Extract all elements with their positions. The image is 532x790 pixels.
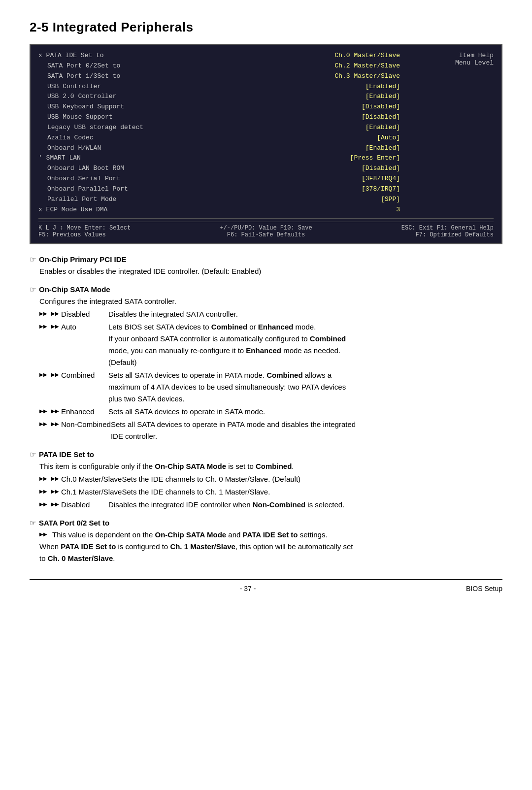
- sections-container: On-Chip Primary PCI IDEEnables or disabl…: [30, 255, 502, 564]
- bios-footer: K L J ↕ Move Enter: Select F5: Previous …: [38, 222, 494, 238]
- bios-screen: x PATA IDE Set toCh.0 Master/Slave SATA …: [30, 44, 502, 244]
- option-label: ▶▶Ch.1 Master/Slave: [39, 486, 122, 498]
- option-label-text: Enhanced: [61, 406, 95, 418]
- section-text: to Ch. 0 Master/Slave.: [39, 553, 502, 564]
- section-title: PATA IDE Set to: [30, 450, 502, 459]
- option-label-text: Combined: [61, 369, 95, 381]
- option-row: ▶▶DisabledDisables the integrated IDE co…: [39, 499, 502, 511]
- section-text: Configures the integrated SATA controlle…: [39, 296, 502, 307]
- option-arrow-icon: ▶▶: [51, 488, 59, 495]
- bios-row: Parallel Port Mode[SPP]: [38, 195, 400, 205]
- bios-row: USB Controller[Enabled]: [38, 82, 400, 92]
- bios-help-title: Item Help: [405, 52, 494, 59]
- bios-row-value: [Enabled]: [366, 82, 400, 92]
- bios-footer-line2-mid: F6: Fail-Safe Defaults: [220, 231, 312, 238]
- bios-row-label: SATA Port 0/2Set to: [47, 62, 120, 71]
- bios-row: Onboard Serial Port[3F8/IRQ4]: [38, 174, 400, 184]
- option-label: ▶▶Disabled: [39, 308, 108, 320]
- section-on-chip-sata-mode: On-Chip SATA ModeConfigures the integrat…: [30, 285, 502, 442]
- bios-footer-col2: +/-/PU/PD: Value F10: Save F6: Fail-Safe…: [220, 225, 312, 238]
- option-row: ▶▶AutoLets BIOS set SATA devices to Comb…: [39, 321, 502, 368]
- option-extra: IDE controller.: [111, 430, 502, 442]
- bios-footer-col3: ESC: Exit F1: General Help F7: Optimized…: [401, 225, 494, 238]
- bios-row: x PATA IDE Set toCh.0 Master/Slave: [38, 51, 400, 61]
- bios-row-label: ' SMART LAN: [38, 154, 81, 163]
- bios-row-value: Ch.3 Master/Slave: [334, 72, 400, 81]
- bios-row-value: Ch.2 Master/Slave: [334, 62, 400, 71]
- option-arrow-icon: ▶▶: [51, 371, 59, 379]
- bullet-text: This value is dependent on the On-Chip S…: [52, 529, 328, 541]
- option-label: ▶▶Ch.0 Master/Slave: [39, 473, 122, 485]
- section-title: SATA Port 0/2 Set to: [30, 519, 502, 527]
- bios-row: ' SMART LAN[Press Enter]: [38, 153, 400, 164]
- bios-row-label: x ECP Mode Use DMA: [38, 205, 107, 215]
- option-text: Sets all SATA devices to operate in PATA…: [108, 369, 502, 405]
- bios-row-value: [378/IRQ7]: [362, 185, 400, 194]
- section-bullet: ▶▶This value is dependent on the On-Chip…: [39, 529, 502, 541]
- section-body: ▶▶This value is dependent on the On-Chip…: [39, 529, 502, 564]
- bios-row: SATA Port 0/2Set toCh.2 Master/Slave: [38, 61, 400, 71]
- option-row: ▶▶DisabledDisables the integrated SATA c…: [39, 308, 502, 320]
- section-body: Configures the integrated SATA controlle…: [39, 296, 502, 442]
- section-title: On-Chip Primary PCI IDE: [30, 255, 502, 264]
- option-text: Sets all SATA devices to operate in PATA…: [111, 419, 502, 442]
- section-text: This item is configurable only if the On…: [39, 461, 502, 472]
- option-extra: If your onboard SATA controller is autom…: [108, 333, 502, 345]
- footer-right: BIOS Setup: [466, 585, 502, 592]
- bios-row-value: Ch.0 Master/Slave: [334, 51, 400, 61]
- option-label: ▶▶Non-Combined: [39, 419, 111, 442]
- section-body: Enables or disables the integrated IDE c…: [39, 265, 502, 277]
- bios-row-label: Parallel Port Mode: [47, 195, 116, 204]
- bios-row-value: [Enabled]: [366, 123, 400, 132]
- option-label: ▶▶Auto: [39, 321, 108, 368]
- bios-row-label: Azalia Codec: [47, 133, 94, 143]
- option-label: ▶▶Combined: [39, 369, 108, 405]
- bios-row: Onboard LAN Boot ROM[Disabled]: [38, 164, 400, 174]
- bios-help-panel: Item Help Menu Level: [405, 51, 494, 215]
- bios-row-label: USB 2.0 Controller: [47, 92, 116, 101]
- section-sata-port-0-2-set-to: SATA Port 0/2 Set to▶▶This value is depe…: [30, 519, 502, 564]
- option-row: ▶▶Ch.0 Master/SlaveSets the IDE channels…: [39, 473, 502, 485]
- bios-footer-line1-left: K L J ↕ Move Enter: Select: [38, 225, 131, 231]
- section-text: Enables or disables the integrated IDE c…: [39, 265, 502, 277]
- bios-row: SATA Port 1/3Set toCh.3 Master/Slave: [38, 71, 400, 82]
- bullet-icon: ▶▶: [39, 530, 49, 541]
- option-label-text: Auto: [61, 321, 76, 333]
- option-text: Sets the IDE channels to Ch. 0 Master/Sl…: [122, 473, 502, 485]
- section-title: On-Chip SATA Mode: [30, 285, 502, 294]
- bios-footer-line1-mid: +/-/PU/PD: Value F10: Save: [220, 225, 312, 231]
- bios-row-value: [SPP]: [381, 195, 400, 204]
- page-footer: - 37 - BIOS Setup: [30, 579, 502, 592]
- bios-row-label: Legacy USB storage detect: [47, 123, 143, 132]
- bios-row: x ECP Mode Use DMA3: [38, 205, 400, 215]
- footer-center: - 37 -: [30, 585, 466, 592]
- option-text: Sets the IDE channels to Ch. 1 Master/Sl…: [122, 486, 502, 498]
- bios-footer-line2-right: F7: Optimized Defaults: [401, 231, 494, 238]
- bios-row-label: Onboard LAN Boot ROM: [47, 164, 124, 173]
- bios-row-value: [Enabled]: [366, 92, 400, 101]
- option-extra: mode, you can manually re-configure it t…: [108, 345, 502, 357]
- section-on-chip-primary-pci-ide: On-Chip Primary PCI IDEEnables or disabl…: [30, 255, 502, 277]
- page-title: 2-5 Integrated Peripherals: [30, 20, 502, 35]
- option-extra: maximum of 4 ATA devices to be used simu…: [108, 381, 502, 393]
- option-label: ▶▶Disabled: [39, 499, 108, 511]
- option-text: Lets BIOS set SATA devices to Combined o…: [108, 321, 502, 368]
- option-arrow-icon: ▶▶: [51, 500, 59, 508]
- bios-row-value: [Press Enter]: [350, 154, 400, 163]
- bios-row-label: USB Keyboard Support: [47, 102, 124, 112]
- bios-footer-line1-right: ESC: Exit F1: General Help: [401, 225, 494, 231]
- section-body: This item is configurable only if the On…: [39, 461, 502, 511]
- bios-row-value: [Disabled]: [362, 113, 400, 122]
- bios-menu-left: x PATA IDE Set toCh.0 Master/Slave SATA …: [38, 51, 405, 215]
- bios-row: Onboard H/WLAN[Enabled]: [38, 143, 400, 154]
- option-text: Sets all SATA devices to operate in SATA…: [108, 406, 502, 418]
- bios-row-value: [3F8/IRQ4]: [362, 174, 400, 184]
- bios-row-value: 3: [396, 205, 400, 215]
- bios-row-label: Onboard Parallel Port: [47, 185, 128, 194]
- bios-row-value: [Enabled]: [366, 144, 400, 153]
- bios-divider: [38, 218, 494, 219]
- section-pata-ide-set-to: PATA IDE Set toThis item is configurable…: [30, 450, 502, 511]
- option-row: ▶▶Ch.1 Master/SlaveSets the IDE channels…: [39, 486, 502, 498]
- option-arrow-icon: ▶▶: [51, 310, 59, 318]
- option-arrow-icon: ▶▶: [51, 323, 59, 330]
